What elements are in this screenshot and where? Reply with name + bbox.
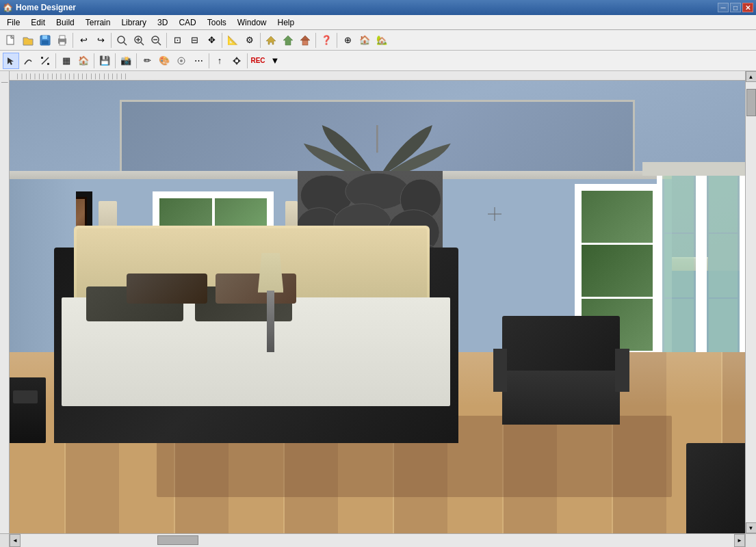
nightstand (10, 377, 46, 442)
door-pane (709, 170, 738, 232)
camera-button[interactable]: 📸 (118, 53, 134, 69)
menu-item-window[interactable]: Window (232, 15, 272, 29)
menu-item-edit[interactable]: Edit (25, 15, 51, 29)
svg-rect-22 (41, 57, 43, 59)
undo-button[interactable]: ↩ (75, 32, 92, 49)
scroll-track-vertical[interactable] (746, 82, 756, 522)
color-button[interactable]: 🎨 (156, 53, 172, 69)
svg-text:│ │ │ │ │ │ │ │ │ │ │ │ │ │ │ : │ │ │ │ │ │ │ │ │ │ │ │ │ │ │ │ │ │ │ │ … (16, 73, 127, 80)
new-button[interactable] (3, 32, 19, 49)
save2-button[interactable]: 💾 (96, 53, 113, 69)
corner-chair (686, 443, 745, 533)
menu-item-tools[interactable]: Tools (202, 15, 232, 29)
maximize-button[interactable]: □ (730, 3, 741, 12)
rotate-up-button[interactable]: ↑ (211, 53, 228, 69)
arrows-button[interactable] (229, 53, 245, 69)
dimension-button[interactable]: 📐 (224, 32, 241, 49)
marker1-button[interactable]: ⊕ (339, 32, 356, 49)
select-button[interactable] (3, 53, 19, 69)
settings-button[interactable]: ⚙ (242, 32, 258, 49)
scrollbar-corner (745, 534, 756, 547)
open-button[interactable] (20, 32, 36, 49)
chair-back (502, 316, 620, 375)
chair-armrest-right (615, 349, 629, 392)
canvas-area[interactable]: │ │ │ │ │ │ │ │ │ │ │ │ │ │ │ │ │ │ │ │ … (10, 71, 745, 533)
menu-bar: File Edit Build Terrain Library 3D CAD T… (0, 15, 756, 30)
scroll-down-button[interactable]: ▼ (746, 522, 757, 533)
svg-marker-29 (238, 59, 241, 63)
help-button[interactable]: ❓ (318, 32, 335, 49)
scroll-track-horizontal[interactable] (21, 534, 734, 547)
menu-item-help[interactable]: Help (272, 15, 300, 29)
title-bar-controls: ─ □ ✕ (718, 3, 753, 12)
save-button[interactable] (37, 32, 53, 49)
sep7 (337, 33, 337, 48)
zoom-in-button[interactable] (131, 32, 147, 49)
sep13 (247, 53, 248, 68)
menu-item-3d[interactable]: 3D (152, 15, 173, 29)
sep3 (166, 33, 167, 48)
view-button[interactable]: ⊟ (186, 32, 203, 49)
pillow-3 (127, 274, 207, 304)
record-button[interactable]: REC (250, 53, 266, 69)
menu-item-file[interactable]: File (1, 15, 25, 29)
sep11 (136, 53, 137, 68)
menu-item-library[interactable]: Library (116, 15, 152, 29)
pencil-button[interactable]: ✏ (139, 53, 155, 69)
svg-line-10 (141, 42, 144, 45)
zoom-realsize-button[interactable] (114, 32, 130, 49)
horizontal-ruler: │ │ │ │ │ │ │ │ │ │ │ │ │ │ │ │ │ │ │ │ … (10, 71, 745, 81)
fit-button[interactable]: ⊡ (169, 32, 185, 49)
3d-viewport[interactable] (10, 81, 745, 533)
minimize-button[interactable]: ─ (718, 3, 729, 12)
app-icon: 🏠 (3, 3, 13, 12)
menu-item-build[interactable]: Build (51, 15, 80, 29)
print-button[interactable] (54, 32, 70, 49)
curve-button[interactable] (20, 53, 36, 69)
scroll-right-button[interactable]: ► (734, 534, 745, 547)
toolbar-primary: ↩ ↪ ⊡ ⊟ ✥ 📐 ⚙ ❓ ⊕ 🏠 🏡 (0, 30, 756, 51)
sep1 (73, 33, 73, 48)
svg-marker-28 (233, 59, 235, 63)
marker2-button[interactable]: 🏠 (356, 32, 373, 49)
svg-point-7 (118, 36, 125, 43)
interior-button[interactable]: 🏠 (75, 53, 92, 69)
menu-item-cad[interactable]: CAD (173, 15, 201, 29)
svg-line-14 (158, 42, 161, 45)
bottom-bar: ◄ ► (0, 533, 756, 547)
scroll-thumb-horizontal[interactable] (157, 535, 198, 545)
marker3-button[interactable]: 🏡 (374, 32, 390, 49)
zoom-out-button[interactable] (148, 32, 164, 49)
door-pane (664, 234, 694, 297)
line-button[interactable] (37, 53, 53, 69)
vertical-scrollbar[interactable]: ▲ ▼ (745, 71, 756, 533)
sep12 (209, 53, 209, 68)
svg-rect-3 (42, 40, 49, 44)
armchair (502, 316, 620, 425)
lamp-shade (258, 253, 284, 293)
roof-button[interactable] (297, 32, 313, 49)
scroll-left-button[interactable]: ◄ (10, 534, 21, 547)
svg-rect-2 (42, 36, 47, 39)
exterior-button[interactable] (280, 32, 296, 49)
menu-item-terrain[interactable]: Terrain (80, 15, 116, 29)
material-button[interactable] (173, 53, 190, 69)
svg-marker-18 (300, 36, 310, 40)
cursor-indicator (488, 207, 501, 221)
close-button[interactable]: ✕ (742, 3, 753, 12)
door-pane (664, 170, 694, 232)
chair-armrest-left (493, 349, 508, 392)
scroll-up-button[interactable]: ▲ (746, 71, 757, 82)
main-area: │ │ │ │ │ │ │ │ │ │ │ │ │ │ │ │ │ │ │ │ … (0, 71, 756, 533)
scroll-thumb-vertical[interactable] (746, 89, 756, 116)
svg-rect-19 (302, 40, 308, 45)
nightstand-drawer (13, 390, 37, 403)
sep4 (222, 33, 222, 48)
house-button[interactable] (263, 32, 279, 49)
record-dropdown[interactable]: ▼ (267, 53, 283, 69)
more-button[interactable]: ⋯ (190, 53, 207, 69)
wall-button[interactable]: ▦ (58, 53, 75, 69)
redo-button[interactable]: ↪ (92, 32, 109, 49)
pan-button[interactable]: ✥ (203, 32, 220, 49)
horizontal-scrollbar[interactable]: ◄ ► (10, 534, 745, 547)
